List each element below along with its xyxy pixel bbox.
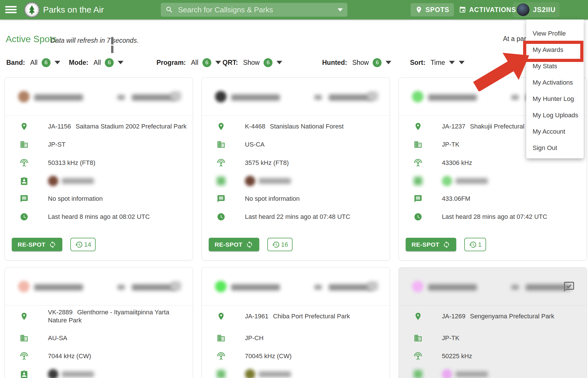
map-pin-icon — [415, 6, 423, 13]
id-card-icon-blurred — [414, 370, 422, 378]
park-row: JA-1961Chiba Port Prefectural Park — [217, 307, 384, 326]
last-heard-row: Last heard 8 mins ago at 08:02 UTC — [20, 212, 187, 222]
park-ref-link-blurred[interactable] — [132, 94, 176, 101]
chevron-down-icon[interactable] — [386, 61, 391, 64]
divider — [5, 115, 193, 116]
spot-history-button[interactable]: 14 — [70, 238, 96, 251]
arrow-icon — [314, 95, 322, 100]
respot-button[interactable]: RE-SPOT — [209, 238, 259, 251]
activator-callsign-blurred[interactable] — [428, 94, 477, 101]
spot-history-button[interactable]: 16 — [267, 238, 293, 251]
search-input[interactable] — [177, 5, 335, 15]
park-row: JA-1156Saitama Stadium 2002 Prefectural … — [20, 121, 187, 132]
filter-label: Program: — [156, 59, 186, 67]
chevron-down-icon[interactable] — [215, 61, 221, 64]
arrow-icon — [511, 285, 519, 290]
nav-activations-button[interactable]: ACTIVATIONS — [454, 3, 521, 16]
nav-spots-button[interactable]: SPOTS — [411, 3, 454, 16]
comment-bubble-icon[interactable] — [171, 281, 181, 291]
spot-card-header — [202, 78, 390, 115]
comment-check-icon[interactable] — [563, 281, 575, 293]
spotter-callsign-blurred[interactable] — [259, 178, 291, 184]
pause-refresh-icon[interactable] — [111, 37, 119, 44]
park-ref-link-blurred[interactable] — [132, 284, 176, 291]
activator-avatar-blurred — [412, 91, 423, 102]
menu-item-sign-out[interactable]: Sign Out — [526, 140, 584, 156]
activator-callsign-blurred[interactable] — [428, 284, 477, 291]
at-a-park-label: At a park — [503, 35, 529, 43]
park-ref-link-blurred[interactable] — [329, 94, 373, 101]
chevron-down-icon[interactable] — [118, 61, 123, 64]
search-dropdown-caret-icon[interactable] — [338, 8, 343, 11]
region-row: US-CA — [217, 139, 384, 150]
spotter-callsign-blurred[interactable] — [62, 178, 94, 184]
spotter-row — [217, 369, 384, 378]
filter-value: All — [94, 59, 101, 67]
filter-sort[interactable]: Sort: Time — [410, 57, 455, 68]
menu-item-my-hunter-log[interactable]: My Hunter Log — [526, 91, 584, 107]
filter-qrt[interactable]: QRT: Show 6 — [223, 57, 282, 68]
region-row: AU-SA — [20, 333, 187, 343]
spotter-callsign-blurred[interactable] — [456, 178, 488, 184]
park-row: VK-2889Glenthorne - Ityamaiitpinna Yarta… — [20, 307, 187, 326]
respot-button[interactable]: RE-SPOT — [406, 238, 456, 251]
calendar-icon — [459, 6, 466, 13]
activator-callsign-blurred[interactable] — [231, 284, 280, 291]
antenna-icon — [414, 159, 422, 167]
menu-item-my-account[interactable]: My Account — [526, 123, 584, 140]
last-heard-row: Last heard 28 mins ago at 07:42 UTC — [414, 212, 581, 222]
id-card-icon-blurred — [217, 177, 225, 185]
clock-icon — [414, 213, 422, 221]
region-row: JP-CH — [217, 333, 384, 343]
menu-item-my-stats[interactable]: My Stats — [526, 58, 584, 74]
spotter-avatar-blurred — [245, 369, 255, 378]
comment-bubble-icon[interactable] — [368, 281, 378, 291]
location-filter-caret-icon[interactable] — [459, 61, 465, 64]
activator-callsign-blurred[interactable] — [231, 94, 280, 101]
filter-band[interactable]: Band: All 6 — [6, 57, 60, 68]
menu-item-view-profile[interactable]: View Profile — [526, 25, 584, 42]
activator-avatar-blurred — [412, 281, 423, 292]
antenna-icon — [20, 352, 28, 361]
filter-value: Show — [243, 59, 260, 67]
park-ref-link-blurred[interactable] — [329, 284, 373, 291]
activator-callsign-blurred[interactable] — [34, 284, 83, 291]
arrow-icon — [117, 285, 125, 290]
filter-program[interactable]: Program: All 6 — [156, 57, 221, 68]
spotter-callsign-blurred[interactable] — [62, 371, 94, 377]
user-avatar — [517, 3, 529, 16]
refresh-icon — [49, 241, 56, 248]
search-bar[interactable] — [161, 3, 347, 17]
building-icon — [217, 334, 225, 342]
menu-item-my-activations[interactable]: My Activations — [526, 74, 584, 91]
map-pin-icon — [217, 312, 225, 321]
pota-app: Parks on the Air SPOTS ACTIVATIONS JS2II… — [0, 0, 588, 378]
chevron-down-icon[interactable] — [449, 61, 455, 64]
user-menu-button[interactable]: JS2IIU — [513, 2, 560, 17]
spotter-callsign-blurred[interactable] — [456, 371, 488, 377]
spotter-avatar-blurred — [245, 176, 255, 186]
spot-info-row: No spot information — [20, 194, 187, 204]
menu-item-my-log-uploads[interactable]: My Log Uploads — [526, 107, 584, 123]
user-dropdown-menu: View Profile My Awards My Stats My Activ… — [526, 20, 584, 158]
filter-label: Hunted: — [322, 59, 347, 67]
activator-callsign-blurred[interactable] — [34, 94, 83, 101]
clock-icon — [217, 213, 225, 221]
filter-hunted[interactable]: Hunted: Show 6 — [322, 57, 391, 68]
comment-bubble-icon[interactable] — [368, 91, 378, 101]
divider — [399, 305, 587, 305]
spot-card: K-4468Stanislaus National Forest US-CA 3… — [202, 77, 390, 260]
hamburger-menu-icon[interactable] — [5, 6, 17, 13]
filter-label: QRT: — [223, 59, 238, 67]
spot-history-button[interactable]: 1 — [464, 238, 486, 251]
app-title: Parks on the Air — [43, 0, 104, 20]
comment-bubble-icon[interactable] — [171, 91, 181, 101]
spotter-callsign-blurred[interactable] — [259, 371, 291, 377]
spotter-row — [217, 176, 384, 186]
filter-mode[interactable]: Mode: All 6 — [69, 57, 123, 68]
chevron-down-icon[interactable] — [276, 61, 282, 64]
chevron-down-icon[interactable] — [55, 61, 60, 64]
filter-count-badge: 6 — [373, 58, 382, 67]
menu-item-my-awards[interactable]: My Awards — [526, 42, 584, 58]
respot-button[interactable]: RE-SPOT — [12, 238, 62, 251]
